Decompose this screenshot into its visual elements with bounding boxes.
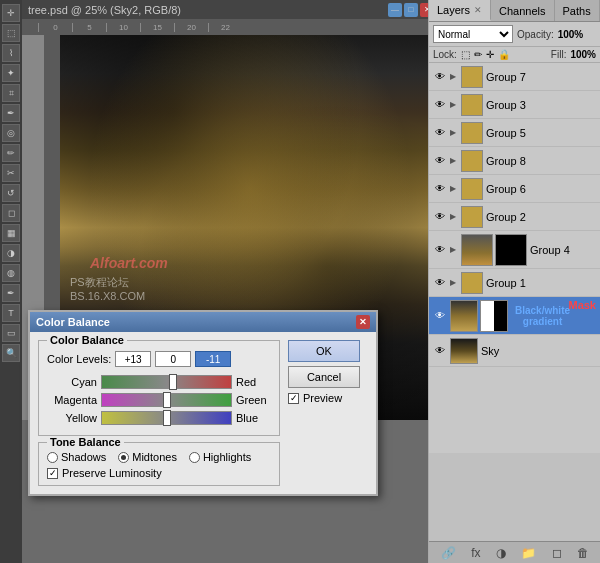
tool-dodge[interactable]: ◍ <box>2 264 20 282</box>
cyan-red-track[interactable] <box>101 375 232 389</box>
eye-group8[interactable]: 👁 <box>433 154 447 168</box>
eye-sky[interactable]: 👁 <box>433 344 447 358</box>
tool-spot[interactable]: ◎ <box>2 124 20 142</box>
eye-group2[interactable]: 👁 <box>433 210 447 224</box>
blend-mode-select[interactable]: Normal Multiply Screen <box>433 25 513 43</box>
triangle-group5[interactable]: ▶ <box>450 128 456 137</box>
cyan-red-handle[interactable] <box>169 374 177 390</box>
preserve-checkbox[interactable]: ✓ <box>47 468 58 479</box>
highlights-radio[interactable]: Highlights <box>189 451 251 463</box>
thumb-sky <box>450 338 478 364</box>
layer-group5[interactable]: 👁 ▶ Group 5 <box>429 119 600 147</box>
tool-brush[interactable]: ✏ <box>2 144 20 162</box>
name-sky: Sky <box>481 345 596 357</box>
shadows-radio-circle <box>47 452 58 463</box>
delete-layer-btn[interactable]: 🗑 <box>574 545 592 561</box>
tab-layers[interactable]: Layers ✕ <box>429 0 491 21</box>
layer-sky[interactable]: 👁 Sky <box>429 335 600 367</box>
name-group1: Group 1 <box>486 277 596 289</box>
ruler-10: 10 <box>106 23 140 32</box>
tone-row: Shadows Midtones Highlights <box>47 451 271 463</box>
tool-move[interactable]: ✛ <box>2 4 20 22</box>
tool-shape[interactable]: ▭ <box>2 324 20 342</box>
tool-crop[interactable]: ⌗ <box>2 84 20 102</box>
link-layers-btn[interactable]: 🔗 <box>438 545 459 561</box>
tool-pen[interactable]: ✒ <box>2 284 20 302</box>
level2-input[interactable] <box>155 351 191 367</box>
lock-all-icon[interactable]: 🔒 <box>498 49 510 60</box>
tool-history[interactable]: ↺ <box>2 184 20 202</box>
layer-group2[interactable]: 👁 ▶ Group 2 <box>429 203 600 231</box>
eye-group4[interactable]: 👁 <box>433 243 447 257</box>
blue-label: Blue <box>236 412 271 424</box>
tab-paths[interactable]: Paths <box>555 0 600 21</box>
eye-group3[interactable]: 👁 <box>433 98 447 112</box>
magenta-green-handle[interactable] <box>163 392 171 408</box>
tool-clone[interactable]: ✂ <box>2 164 20 182</box>
triangle-group8[interactable]: ▶ <box>450 156 456 165</box>
new-group-btn[interactable]: 📁 <box>518 545 539 561</box>
triangle-group6[interactable]: ▶ <box>450 184 456 193</box>
ok-button[interactable]: OK <box>288 340 360 362</box>
triangle-group2[interactable]: ▶ <box>450 212 456 221</box>
thumb-group4-mask <box>495 234 527 266</box>
preview-row: ✓ Preview <box>288 392 342 404</box>
layer-list: 👁 ▶ Group 7 👁 ▶ Group 3 👁 ▶ Group 5 <box>429 63 600 453</box>
lock-transparent-icon[interactable]: ⬚ <box>461 49 470 60</box>
maximize-button[interactable]: □ <box>404 3 418 17</box>
tool-zoom[interactable]: 🔍 <box>2 344 20 362</box>
triangle-group4[interactable]: ▶ <box>450 245 456 254</box>
eye-group5[interactable]: 👁 <box>433 126 447 140</box>
yellow-blue-track[interactable] <box>101 411 232 425</box>
level3-input[interactable] <box>195 351 231 367</box>
lock-paint-icon[interactable]: ✏ <box>474 49 482 60</box>
level1-input[interactable] <box>115 351 151 367</box>
lock-move-icon[interactable]: ✛ <box>486 49 494 60</box>
tab-layers-close[interactable]: ✕ <box>474 5 482 15</box>
layer-group3[interactable]: 👁 ▶ Group 3 <box>429 91 600 119</box>
triangle-group7[interactable]: ▶ <box>450 72 456 81</box>
tool-lasso[interactable]: ⌇ <box>2 44 20 62</box>
layer-group1[interactable]: 👁 ▶ Group 1 <box>429 269 600 297</box>
shadows-radio[interactable]: Shadows <box>47 451 106 463</box>
eye-group1[interactable]: 👁 <box>433 276 447 290</box>
layer-group7[interactable]: 👁 ▶ Group 7 <box>429 63 600 91</box>
thumb-group6 <box>461 178 483 200</box>
layer-group4[interactable]: 👁 ▶ Group 4 <box>429 231 600 269</box>
eye-bw-gradient[interactable]: 👁 <box>433 309 447 323</box>
layer-group8[interactable]: 👁 ▶ Group 8 <box>429 147 600 175</box>
tool-magic[interactable]: ✦ <box>2 64 20 82</box>
tool-select[interactable]: ⬚ <box>2 24 20 42</box>
eye-group7[interactable]: 👁 <box>433 70 447 84</box>
triangle-group3[interactable]: ▶ <box>450 100 456 109</box>
minimize-button[interactable]: — <box>388 3 402 17</box>
layer-bw-gradient[interactable]: 👁 Mask Black/whitegradient <box>429 297 600 335</box>
thumb-group5 <box>461 122 483 144</box>
cancel-button[interactable]: Cancel <box>288 366 360 388</box>
tool-blur[interactable]: ◑ <box>2 244 20 262</box>
bw-gradient-thumbs <box>450 300 508 332</box>
dialog-close-btn[interactable]: ✕ <box>356 315 370 329</box>
magenta-green-track[interactable] <box>101 393 232 407</box>
tool-eyedrop[interactable]: ✒ <box>2 104 20 122</box>
yellow-blue-handle[interactable] <box>163 410 171 426</box>
lock-row: Lock: ⬚ ✏ ✛ 🔒 Fill: 100% <box>429 47 600 63</box>
new-layer-btn[interactable]: ◻ <box>549 545 565 561</box>
green-label: Green <box>236 394 271 406</box>
tool-gradient[interactable]: ▦ <box>2 224 20 242</box>
tab-channels[interactable]: Channels <box>491 0 554 21</box>
adjustment-layer-btn[interactable]: ◑ <box>493 545 509 561</box>
layer-group6[interactable]: 👁 ▶ Group 6 <box>429 175 600 203</box>
canvas-title-bar: tree.psd @ 25% (Sky2, RGB/8) — □ ✕ <box>22 0 440 19</box>
eye-group6[interactable]: 👁 <box>433 182 447 196</box>
tool-type[interactable]: T <box>2 304 20 322</box>
tool-eraser[interactable]: ◻ <box>2 204 20 222</box>
triangle-group1[interactable]: ▶ <box>450 278 456 287</box>
fx-btn[interactable]: fx <box>468 545 483 561</box>
cyan-red-row: Cyan Red <box>47 375 271 389</box>
color-levels-label: Color Levels: <box>47 353 111 365</box>
midtones-radio[interactable]: Midtones <box>118 451 177 463</box>
preserve-label: Preserve Luminosity <box>62 467 162 479</box>
preview-checkbox[interactable]: ✓ <box>288 393 299 404</box>
thumb-group3 <box>461 94 483 116</box>
